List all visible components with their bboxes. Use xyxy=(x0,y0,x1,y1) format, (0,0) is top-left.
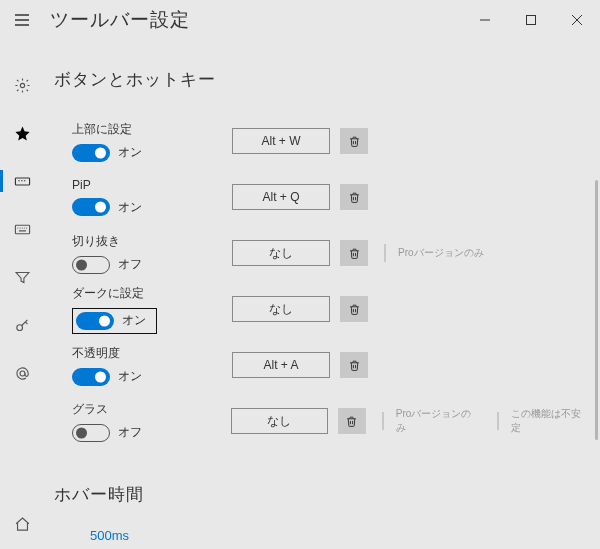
svg-point-1 xyxy=(20,83,24,87)
trash-icon xyxy=(348,358,361,373)
setting-row: 切り抜きオフなしProバージョンのみ xyxy=(72,225,590,281)
close-button[interactable] xyxy=(554,4,600,36)
setting-label: ダークに設定 xyxy=(72,285,222,302)
toggle-state-label: オン xyxy=(118,368,142,385)
trash-icon xyxy=(348,134,361,149)
note-divider xyxy=(382,412,384,430)
clear-hotkey-button[interactable] xyxy=(340,296,368,322)
sidebar-item-favorites[interactable] xyxy=(0,118,44,148)
note-divider xyxy=(384,244,386,262)
svg-point-5 xyxy=(20,371,25,376)
toggle-switch[interactable] xyxy=(72,144,110,162)
content-area: ボタンとホットキー 上部に設定オンAlt + WPiPオンAlt + Q切り抜き… xyxy=(44,40,600,549)
maximize-button[interactable] xyxy=(508,4,554,36)
setting-label: 切り抜き xyxy=(72,233,222,250)
hover-time-value: 500ms xyxy=(54,528,590,543)
clear-hotkey-button[interactable] xyxy=(340,240,368,266)
hotkey-field[interactable]: Alt + Q xyxy=(232,184,330,210)
setting-label: PiP xyxy=(72,178,222,192)
hotkey-field[interactable]: Alt + A xyxy=(232,352,330,378)
window-controls xyxy=(462,4,600,36)
note-text: Proバージョンのみ xyxy=(398,246,484,260)
toggle-state-label: オン xyxy=(118,199,142,216)
setting-row: PiPオンAlt + Q xyxy=(72,169,590,225)
sidebar-item-home[interactable] xyxy=(0,509,44,539)
trash-icon xyxy=(348,246,361,261)
clear-hotkey-button[interactable] xyxy=(340,184,368,210)
setting-label: 上部に設定 xyxy=(72,121,222,138)
setting-label: グラス xyxy=(72,401,221,418)
trash-icon xyxy=(348,190,361,205)
scrollbar-thumb[interactable] xyxy=(595,180,598,440)
hotkey-field[interactable]: Alt + W xyxy=(232,128,330,154)
page-title: ツールバー設定 xyxy=(50,7,190,33)
clear-hotkey-button[interactable] xyxy=(340,128,368,154)
sidebar-item-at[interactable] xyxy=(0,358,44,388)
setting-row: ダークに設定オンなし xyxy=(72,281,590,337)
sidebar xyxy=(0,40,44,549)
sidebar-item-settings[interactable] xyxy=(0,70,44,100)
toggle-switch[interactable] xyxy=(72,424,110,442)
note-divider xyxy=(497,412,499,430)
hotkey-field[interactable]: なし xyxy=(232,240,330,266)
svg-point-4 xyxy=(16,324,22,330)
sidebar-item-key[interactable] xyxy=(0,310,44,340)
setting-row: 上部に設定オンAlt + W xyxy=(72,113,590,169)
toggle-switch[interactable] xyxy=(72,368,110,386)
toggle-state-label: オフ xyxy=(118,424,142,441)
toggle-state-label: オン xyxy=(122,312,146,329)
hotkey-field[interactable]: なし xyxy=(231,408,328,434)
minimize-button[interactable] xyxy=(462,4,508,36)
hotkey-field[interactable]: なし xyxy=(232,296,330,322)
hamburger-menu[interactable] xyxy=(0,0,44,40)
clear-hotkey-button[interactable] xyxy=(338,408,366,434)
setting-label: 不透明度 xyxy=(72,345,222,362)
sidebar-item-filter[interactable] xyxy=(0,262,44,292)
sidebar-item-keyboard[interactable] xyxy=(0,214,44,244)
note-text: この機能は不安定 xyxy=(511,407,590,435)
svg-rect-3 xyxy=(15,225,29,234)
section-title-buttons: ボタンとホットキー xyxy=(54,68,590,91)
trash-icon xyxy=(345,414,358,429)
section-title-hover: ホバー時間 xyxy=(54,483,590,506)
toggle-state-label: オン xyxy=(118,144,142,161)
note-text: Proバージョンのみ xyxy=(396,407,481,435)
setting-row: 不透明度オンAlt + A xyxy=(72,337,590,393)
setting-row: グラスオフなしProバージョンのみこの機能は不安定 xyxy=(72,393,590,449)
trash-icon xyxy=(348,302,361,317)
sidebar-item-toolbar[interactable] xyxy=(0,166,44,196)
svg-rect-0 xyxy=(527,16,536,25)
toggle-state-label: オフ xyxy=(118,256,142,273)
titlebar: ツールバー設定 xyxy=(0,0,600,40)
toggle-switch[interactable] xyxy=(72,198,110,216)
clear-hotkey-button[interactable] xyxy=(340,352,368,378)
svg-rect-2 xyxy=(15,177,29,184)
toggle-switch[interactable] xyxy=(76,312,114,330)
toggle-switch[interactable] xyxy=(72,256,110,274)
